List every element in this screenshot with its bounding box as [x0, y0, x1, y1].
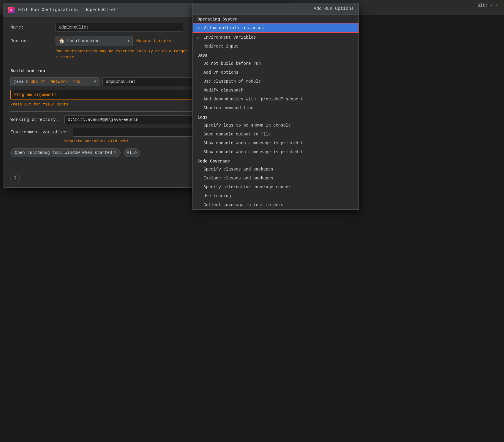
dialog-title-inner: J Edit Run Configuration: 'UdpEchoCliet': [8, 7, 119, 13]
run-on-label: Run on:: [10, 39, 52, 44]
no-build-item[interactable]: Do not build before run: [193, 59, 358, 68]
sdk-text-orange: SDK of 'Network' mod: [30, 79, 80, 84]
dialog-title-icon: J: [8, 7, 15, 13]
specify-classes-item[interactable]: Specify classes and packages: [193, 165, 358, 174]
working-dir-label: Working directory:: [10, 117, 61, 122]
java-section-title: Java: [193, 51, 358, 59]
sdk-dropdown[interactable]: java 8 SDK of 'Network' mod ▼: [10, 77, 99, 86]
redirect-input-label: Redirect input: [203, 44, 238, 49]
collect-coverage-item[interactable]: Collect coverage in test folders: [193, 201, 358, 209]
git-status: Git: ✓ ✓: [478, 2, 498, 8]
show-console2-label: Show console when a message is printed t: [203, 150, 303, 154]
open-run-debug-chip[interactable]: Open run/debug tool window when started …: [10, 148, 121, 157]
name-input[interactable]: [56, 23, 183, 32]
tracing-label: Use tracing: [203, 194, 231, 198]
add-run-options-dropdown: Add Run Options Operating System ✓ Allow…: [192, 3, 359, 210]
redirect-input-item[interactable]: Redirect input: [193, 42, 358, 51]
use-classpath-item[interactable]: Use classpath of module: [193, 77, 358, 86]
shorten-cmd-label: Shorten command line: [203, 106, 253, 110]
use-classpath-label: Use classpath of module: [203, 79, 261, 84]
save-console-label: Save console output to file: [203, 132, 271, 137]
show-console2-item[interactable]: Show console when a message is printed t: [193, 148, 358, 157]
shorten-cmd-item[interactable]: Shorten command line: [193, 104, 358, 113]
sdk-text-white: java 8: [14, 79, 29, 84]
allow-multiple-check-icon: ✓: [198, 26, 200, 31]
alt-coverage-item[interactable]: Specify alternative coverage runner: [193, 183, 358, 192]
sdk-chevron-icon: ▼: [94, 80, 96, 84]
dialog-title: Edit Run Configuration: 'UdpEchoCliet': [18, 7, 119, 12]
env-vars-label: Environment variables:: [10, 130, 69, 135]
specify-classes-label: Specify classes and packages: [203, 167, 273, 172]
git-check2: ✓: [495, 2, 498, 8]
name-label: Name:: [10, 25, 52, 30]
vm-options-label: Add VM options: [203, 70, 238, 75]
open-run-debug-chip-close[interactable]: ×: [114, 151, 116, 155]
show-console1-label: Show console when a message is printed t: [203, 141, 303, 146]
os-section-title: Operating System: [193, 15, 358, 23]
vm-options-item[interactable]: Add VM options: [193, 68, 358, 77]
house-icon: 🏠: [59, 38, 65, 44]
show-console1-item[interactable]: Show console when a message is printed t: [193, 139, 358, 148]
collect-coverage-label: Collect coverage in test folders: [203, 203, 283, 207]
add-deps-label: Add dependencies with "provided" scope t: [203, 97, 303, 102]
git-check1: ✓: [490, 2, 493, 8]
allow-multiple-chip[interactable]: Allo: [124, 148, 140, 157]
allow-multiple-item[interactable]: ✓ Allow multiple instances: [193, 23, 358, 33]
specify-logs-label: Specify logs to be shown in console: [203, 123, 291, 128]
alt-coverage-label: Specify alternative coverage runner: [203, 185, 291, 190]
env-vars-item[interactable]: ✓ Environment variables: [193, 33, 358, 42]
local-machine-text: Local machine: [67, 39, 99, 43]
save-console-item[interactable]: Save console output to file: [193, 130, 358, 139]
no-build-label: Do not build before run: [203, 61, 261, 66]
tracing-item[interactable]: Use tracing: [193, 192, 358, 201]
env-vars-check-icon: ✓: [197, 35, 199, 40]
logs-section-title: Logs: [193, 113, 358, 121]
run-on-dropdown[interactable]: 🏠 Local machine ▼: [56, 36, 133, 46]
run-on-chevron-icon: ▼: [127, 39, 129, 43]
manage-targets-link[interactable]: Manage targets…: [136, 39, 174, 43]
allow-multiple-label: Allow multiple instances: [204, 26, 264, 30]
add-deps-item[interactable]: Add dependencies with "provided" scope t: [193, 95, 358, 104]
modify-classpath-item[interactable]: Modify classpath: [193, 86, 358, 95]
specify-logs-item[interactable]: Specify logs to be shown in console: [193, 121, 358, 130]
exclude-classes-label: Exclude classes and packages: [203, 176, 273, 181]
help-button[interactable]: ?: [10, 174, 20, 183]
open-run-debug-chip-label: Open run/debug tool window when started: [15, 150, 112, 155]
modify-classpath-label: Modify classpath: [203, 88, 243, 93]
exclude-classes-item[interactable]: Exclude classes and packages: [193, 174, 358, 183]
code-coverage-section-title: Code Coverage: [193, 157, 358, 165]
env-vars-item-label: Environment variables: [203, 35, 256, 40]
dropdown-header: Add Run Options: [193, 3, 358, 15]
